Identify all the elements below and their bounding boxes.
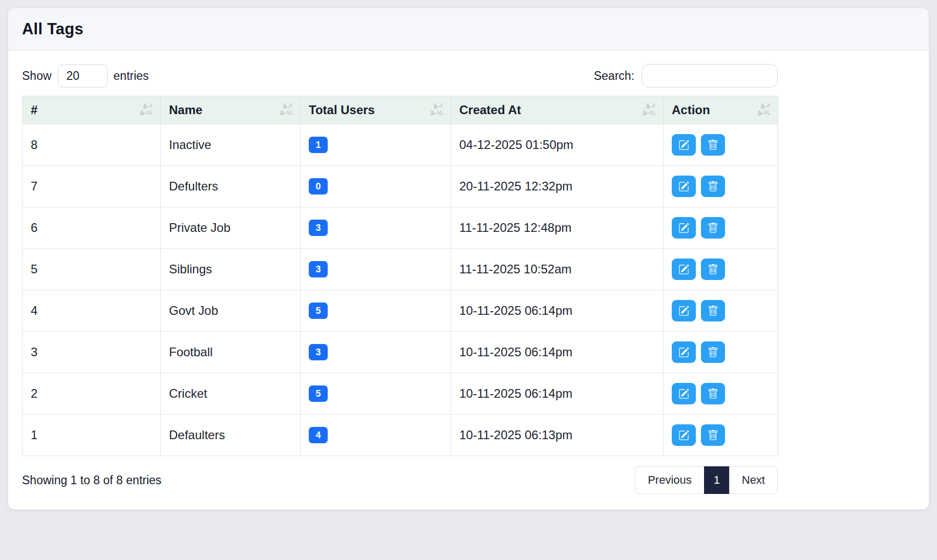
edit-button[interactable]	[672, 383, 696, 404]
row-action-cell	[664, 124, 778, 166]
entries-label: entries	[114, 69, 149, 83]
sort-icon: â–² â–¼	[643, 103, 655, 116]
row-action-cell	[664, 290, 778, 332]
search-label: Search:	[594, 69, 634, 83]
delete-button[interactable]	[701, 383, 725, 404]
column-header-action[interactable]: Action â–² â–¼	[664, 96, 778, 124]
sort-icon: â–² â–¼	[431, 103, 442, 116]
row-id: 3	[31, 345, 37, 359]
edit-button[interactable]	[672, 134, 696, 156]
row-name-cell: Defulters	[161, 166, 301, 207]
table-body: 8 Inactive 1 04-12-2025 01:50pm	[23, 124, 778, 456]
row-id-cell: 8	[23, 124, 161, 166]
sort-icon: â–² â–¼	[280, 103, 292, 116]
column-label: Total Users	[309, 103, 375, 117]
row-total-users-cell: 4	[301, 415, 451, 456]
row-name: Private Job	[169, 221, 230, 234]
row-id-cell: 7	[23, 166, 161, 207]
row-action-cell	[664, 415, 778, 456]
row-created-at: 10-11-2025 06:14pm	[459, 386, 572, 400]
search-input[interactable]	[642, 64, 778, 88]
next-page-button[interactable]: Next	[729, 466, 778, 494]
table-row: 2 Cricket 5 10-11-2025 06:14pm	[23, 373, 778, 415]
screen: All Tags Show entries Search:	[0, 0, 937, 560]
edit-button[interactable]	[672, 424, 696, 446]
row-total-users-cell: 1	[301, 124, 451, 166]
row-total-users-cell: 3	[301, 207, 451, 249]
delete-button[interactable]	[701, 424, 725, 446]
row-name-cell: Siblings	[161, 249, 301, 290]
card-body: Show entries Search:	[8, 51, 929, 509]
row-created-at-cell: 04-12-2025 01:50pm	[451, 124, 664, 166]
edit-icon	[678, 140, 689, 150]
row-id-cell: 4	[23, 290, 161, 332]
edit-button[interactable]	[672, 259, 696, 280]
total-users-badge: 3	[309, 261, 328, 277]
row-created-at: 10-11-2025 06:14pm	[459, 304, 572, 317]
row-id: 2	[31, 386, 37, 400]
delete-button[interactable]	[701, 134, 725, 156]
previous-page-button[interactable]: Previous	[635, 466, 705, 494]
row-action-cell	[664, 207, 778, 249]
row-action-cell	[664, 373, 778, 415]
trash-icon	[708, 140, 718, 150]
row-created-at: 20-11-2025 12:32pm	[459, 179, 572, 193]
row-created-at: 04-12-2025 01:50pm	[459, 138, 573, 152]
column-label: #	[31, 103, 37, 117]
delete-button[interactable]	[701, 259, 725, 280]
edit-icon	[678, 264, 689, 275]
edit-button[interactable]	[672, 300, 696, 321]
total-users-badge: 4	[309, 427, 328, 443]
row-total-users-cell: 0	[301, 166, 451, 207]
search-control: Search:	[594, 64, 778, 88]
entries-count-input[interactable]	[58, 64, 108, 88]
current-page-button[interactable]: 1	[704, 466, 730, 494]
row-created-at-cell: 11-11-2025 12:48pm	[451, 207, 664, 249]
row-id: 4	[31, 304, 37, 317]
row-created-at-cell: 11-11-2025 10:52am	[451, 249, 664, 290]
delete-button[interactable]	[701, 217, 725, 239]
table-row: 4 Govt Job 5 10-11-2025 06:14pm	[23, 290, 778, 332]
row-name-cell: Football	[161, 332, 301, 373]
row-total-users-cell: 5	[301, 290, 451, 332]
row-id: 5	[31, 262, 37, 276]
edit-icon	[678, 430, 689, 441]
column-header-created-at[interactable]: Created At â–² â–¼	[451, 96, 664, 124]
column-header-total-users[interactable]: Total Users â–² â–¼	[301, 96, 451, 124]
edit-button[interactable]	[672, 176, 696, 197]
table-row: 3 Football 3 10-11-2025 06:14pm	[23, 332, 778, 373]
row-id-cell: 6	[23, 207, 161, 249]
trash-icon	[708, 430, 718, 441]
total-users-badge: 0	[309, 178, 328, 195]
trash-icon	[708, 264, 718, 275]
delete-button[interactable]	[701, 176, 725, 197]
trash-icon	[708, 223, 718, 233]
edit-button[interactable]	[672, 341, 696, 363]
row-total-users-cell: 5	[301, 373, 451, 415]
row-created-at: 11-11-2025 10:52am	[459, 262, 571, 276]
column-header-id[interactable]: # â–² â–¼	[23, 96, 161, 124]
table-footer: Showing 1 to 8 of 8 entries Previous 1 N…	[22, 466, 778, 494]
entries-summary: Showing 1 to 8 of 8 entries	[22, 473, 161, 487]
delete-button[interactable]	[701, 300, 725, 321]
row-id: 7	[31, 179, 37, 193]
row-name-cell: Cricket	[161, 373, 301, 415]
delete-button[interactable]	[701, 341, 725, 363]
table-row: 1 Defaulters 4 10-11-2025 06:13pm	[23, 415, 778, 456]
column-header-name[interactable]: Name â–² â–¼	[161, 96, 301, 124]
row-created-at: 10-11-2025 06:13pm	[459, 428, 572, 442]
row-id: 1	[31, 428, 37, 442]
edit-icon	[678, 347, 689, 358]
table-row: 7 Defulters 0 20-11-2025 12:32pm	[23, 166, 778, 207]
sort-icon: â–² â–¼	[140, 103, 152, 116]
row-id-cell: 5	[23, 249, 161, 290]
row-created-at-cell: 10-11-2025 06:13pm	[451, 415, 664, 456]
total-users-badge: 3	[309, 344, 328, 360]
edit-button[interactable]	[672, 217, 696, 239]
row-id-cell: 3	[23, 332, 161, 373]
row-id-cell: 2	[23, 373, 161, 415]
row-id: 6	[31, 221, 37, 234]
row-name-cell: Defaulters	[161, 415, 301, 456]
card-header: All Tags	[8, 8, 929, 51]
row-id-cell: 1	[23, 415, 161, 456]
